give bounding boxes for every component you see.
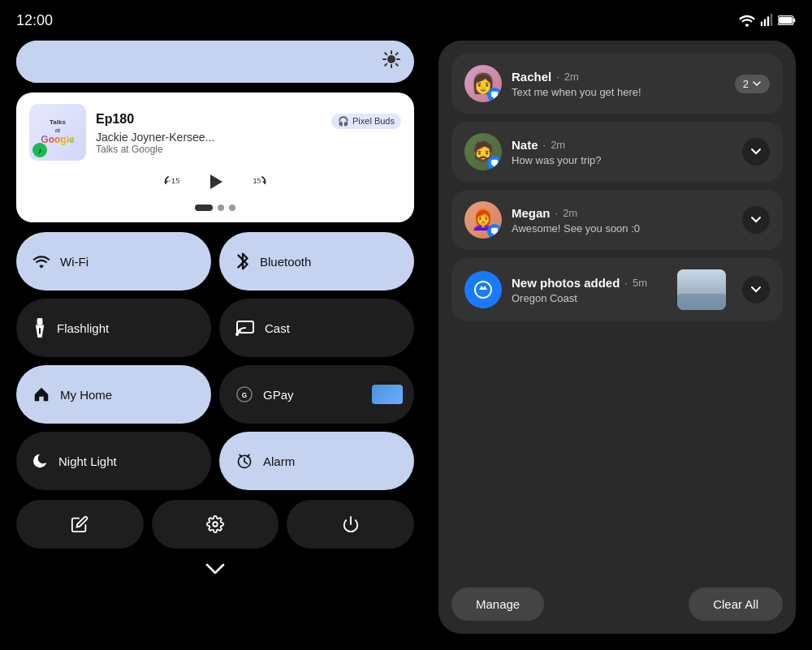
- nate-name: Nate: [512, 138, 538, 152]
- brightness-icon: [382, 50, 401, 74]
- photos-icon: [464, 271, 502, 308]
- clear-all-button[interactable]: Clear All: [689, 588, 783, 621]
- buds-label: Pixel Buds: [352, 116, 395, 126]
- chevron-down-container: [16, 558, 414, 579]
- gpay-card: [372, 385, 403, 404]
- svg-rect-6: [793, 19, 795, 23]
- tile-cast[interactable]: Cast: [219, 299, 414, 357]
- status-time: 12:00: [16, 12, 53, 29]
- nightlight-label: Night Light: [58, 454, 117, 468]
- bluetooth-label: Bluetooth: [260, 255, 311, 269]
- media-card: Talks at Google ♪ Ep180 🎧 Pixel Buds Jac…: [16, 93, 414, 222]
- message-badge-icon-megan: [487, 224, 502, 239]
- megan-expand-button[interactable]: [742, 206, 770, 234]
- media-dot-2: [218, 204, 224, 211]
- photos-subtitle: Oregon Coast: [512, 292, 667, 304]
- nate-content: Nate · 2m How was your trip?: [512, 138, 732, 166]
- notifications-panel: 👩 Rachel · 2m Text me when you get here!…: [438, 41, 796, 634]
- media-buds: 🎧 Pixel Buds: [331, 114, 401, 129]
- gpay-label: GPay: [263, 388, 294, 402]
- media-dots: [29, 204, 401, 211]
- media-info: Ep180 🎧 Pixel Buds Jackie Joyner-Kersee.…: [96, 110, 401, 155]
- gpay-left: G GPay: [235, 385, 294, 403]
- photos-time: 5m: [633, 277, 647, 289]
- edit-button[interactable]: [16, 500, 144, 549]
- home-icon: [32, 385, 50, 403]
- svg-line-30: [244, 462, 247, 464]
- megan-dot: ·: [555, 207, 559, 219]
- chevron-down-button[interactable]: [205, 558, 225, 579]
- megan-name: Megan: [512, 206, 551, 220]
- nate-expand-button[interactable]: [742, 138, 770, 166]
- tile-alarm[interactable]: Alarm: [219, 432, 414, 490]
- tile-nightlight[interactable]: Night Light: [16, 432, 211, 490]
- photos-thumb-wave: [677, 294, 726, 310]
- avatar-rachel: 👩: [464, 65, 502, 102]
- media-subtitle: Talks at Google: [96, 144, 401, 155]
- media-dot-1: [195, 204, 213, 211]
- svg-line-15: [396, 53, 398, 54]
- status-icons: [739, 14, 796, 27]
- battery-status-icon: [778, 15, 796, 26]
- svg-marker-18: [210, 174, 222, 189]
- nate-dot: ·: [543, 139, 546, 151]
- svg-rect-36: [491, 160, 498, 166]
- tile-gpay[interactable]: G GPay: [219, 365, 414, 424]
- settings-button[interactable]: [152, 500, 279, 549]
- flashlight-icon: [32, 318, 47, 338]
- gpay-icon: G: [235, 385, 253, 403]
- svg-line-14: [385, 64, 387, 66]
- notification-bottom-bar: Manage Clear All: [451, 584, 783, 621]
- svg-rect-3: [771, 14, 772, 26]
- message-badge-icon-nate: [487, 156, 502, 170]
- manage-button[interactable]: Manage: [451, 588, 544, 621]
- tile-bluetooth[interactable]: Bluetooth: [219, 232, 414, 291]
- rachel-message: Text me when you get here!: [512, 86, 725, 98]
- tiles-grid: Wi-Fi Bluetooth Flashlight: [16, 232, 414, 490]
- media-controls: ⁻¹⁵ ¹⁵: [29, 167, 401, 196]
- fastforward-button[interactable]: ¹⁵: [246, 170, 269, 193]
- svg-rect-5: [779, 17, 793, 24]
- svg-line-13: [396, 64, 398, 66]
- message-badge-icon: [487, 88, 502, 102]
- tile-flashlight[interactable]: Flashlight: [16, 299, 211, 357]
- tile-wifi[interactable]: Wi-Fi: [16, 232, 211, 291]
- cast-icon: [235, 320, 255, 336]
- power-button[interactable]: [287, 500, 414, 549]
- alarm-label: Alarm: [263, 454, 295, 468]
- notification-photos[interactable]: New photos added · 5m Oregon Coast: [451, 258, 783, 321]
- notification-rachel[interactable]: 👩 Rachel · 2m Text me when you get here!…: [451, 54, 783, 114]
- tile-myhome[interactable]: My Home: [16, 365, 211, 424]
- svg-rect-37: [491, 228, 498, 234]
- brightness-fill: [16, 41, 275, 83]
- avatar-nate: 🧔: [464, 133, 502, 170]
- svg-rect-0: [761, 22, 762, 27]
- rewind-button[interactable]: ⁻¹⁵: [162, 170, 184, 193]
- avatar-megan: 👩‍🦰: [464, 201, 502, 239]
- media-dot-3: [229, 204, 235, 211]
- notification-megan[interactable]: 👩‍🦰 Megan · 2m Awesome! See you soon :0: [451, 190, 783, 250]
- brightness-bar[interactable]: [16, 41, 414, 83]
- play-button[interactable]: [201, 167, 230, 196]
- megan-time: 2m: [563, 207, 577, 219]
- media-title: Jackie Joyner-Kersee...: [96, 131, 401, 144]
- wifi-icon: [32, 254, 50, 269]
- svg-point-7: [387, 55, 395, 63]
- notification-nate[interactable]: 🧔 Nate · 2m How was your trip?: [451, 122, 783, 182]
- wifi-label: Wi-Fi: [60, 255, 89, 269]
- status-bar: 12:00: [0, 0, 812, 41]
- photos-expand-button[interactable]: [742, 276, 770, 303]
- rachel-badge[interactable]: 2: [735, 75, 770, 93]
- rachel-dot: ·: [556, 71, 559, 83]
- rachel-time: 2m: [564, 71, 579, 83]
- media-episode: Ep180: [96, 112, 134, 127]
- photos-content: New photos added · 5m Oregon Coast: [512, 276, 667, 304]
- svg-text:⁻¹⁵: ⁻¹⁵: [166, 176, 180, 189]
- myhome-label: My Home: [60, 388, 112, 402]
- rachel-content: Rachel · 2m Text me when you get here!: [512, 70, 725, 98]
- svg-rect-35: [491, 92, 498, 97]
- signal-status-icon: [760, 14, 773, 27]
- action-buttons: [16, 500, 414, 549]
- photos-thumbnail: [677, 269, 726, 310]
- photos-thumb-inner: [677, 269, 726, 310]
